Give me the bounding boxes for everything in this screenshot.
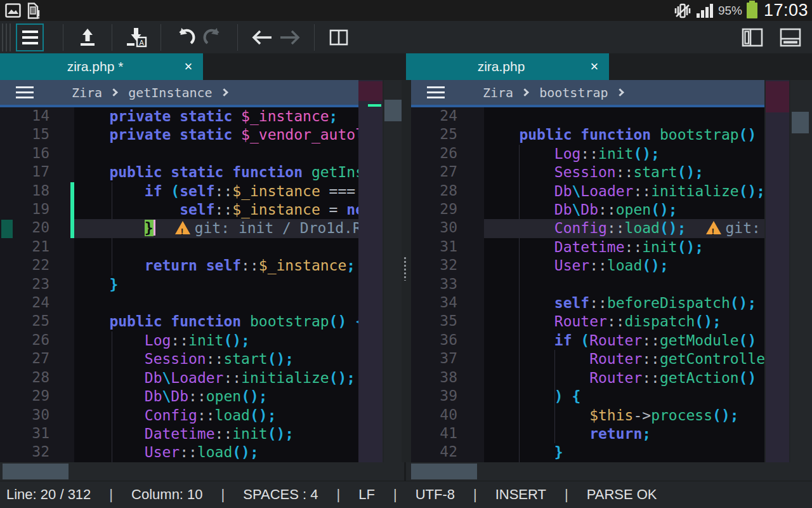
toolbar-grip-handle[interactable] bbox=[2, 23, 11, 51]
code-line[interactable]: 30 Config::load(); bbox=[0, 406, 358, 425]
code-line[interactable]: 32 User::load(); bbox=[411, 257, 764, 275]
code-line[interactable]: 27 Session::start(); bbox=[411, 163, 764, 182]
navigate-forward-button[interactable] bbox=[276, 23, 304, 51]
code-line[interactable]: 16 bbox=[0, 145, 358, 163]
code-line[interactable]: 28 Db\Loader::initialize(); bbox=[411, 182, 764, 201]
code-line-text: Datetime::init(); bbox=[74, 425, 358, 443]
column-layout-button[interactable] bbox=[325, 23, 353, 51]
code-line-text: Router::dispatch(); bbox=[484, 312, 764, 331]
code-editor-left[interactable]: 14 private static $_instance;15 private … bbox=[0, 107, 358, 462]
toolbar-separator bbox=[63, 24, 63, 51]
save-as-button[interactable]: A bbox=[122, 23, 150, 51]
close-icon[interactable]: × bbox=[174, 58, 203, 75]
code-line[interactable]: 20 }git: init / Dro1d.Ru bbox=[0, 219, 358, 237]
close-icon[interactable]: × bbox=[580, 58, 609, 75]
code-line[interactable]: 15 private static $_vendor_autoload; bbox=[0, 126, 358, 144]
code-line[interactable]: 26 Log::init(); bbox=[411, 145, 764, 163]
chevron-right-icon bbox=[220, 88, 228, 97]
breadcrumb-item-class[interactable]: Zira bbox=[68, 85, 106, 100]
code-line[interactable]: 39 ) { bbox=[411, 387, 764, 406]
code-line[interactable]: 35 Router::dispatch(); bbox=[411, 312, 764, 331]
code-line[interactable]: 18 if (self::$_instance === bbox=[0, 182, 358, 201]
status-column-indicator: Column: 10 bbox=[131, 486, 203, 503]
code-line[interactable]: 37 Router::getController bbox=[411, 350, 764, 368]
line-number: 31 bbox=[411, 238, 484, 257]
code-line[interactable]: 29 Db\Db::open(); bbox=[0, 387, 358, 406]
code-line-text: }git: init / Dro1d.Ru bbox=[74, 219, 358, 237]
code-line[interactable]: 24 bbox=[411, 107, 764, 126]
code-line[interactable]: 31 Datetime::init(); bbox=[411, 238, 764, 257]
code-line-text: Session::start(); bbox=[484, 163, 764, 182]
code-line[interactable]: 24 bbox=[0, 294, 358, 312]
code-line-text: Db\Loader::initialize(); bbox=[484, 182, 764, 201]
overview-ruler bbox=[358, 80, 383, 462]
overview-ruler bbox=[766, 80, 789, 462]
code-line[interactable]: 19 self::$_instance = new bbox=[0, 201, 358, 219]
undo-button[interactable] bbox=[171, 23, 199, 51]
scrollbar-thumb[interactable] bbox=[3, 464, 69, 479]
code-line-text: Log::init(); bbox=[74, 331, 358, 350]
scrollbar-thumb[interactable] bbox=[384, 100, 402, 121]
vertical-scrollbar[interactable] bbox=[790, 80, 812, 462]
code-line-text: Router::getController bbox=[484, 350, 764, 368]
editor-status-bar: Line: 20 / 312 | Column: 10 | SPACES : 4… bbox=[0, 481, 812, 508]
split-vertical-button[interactable] bbox=[738, 23, 766, 51]
code-line[interactable]: 40 $this->process(); bbox=[411, 406, 764, 425]
navigate-back-button[interactable] bbox=[248, 23, 276, 51]
editor-content: Zira getInstance 14 private static $_ins… bbox=[0, 80, 812, 462]
code-line[interactable]: 27 Session::start(); bbox=[0, 350, 358, 368]
chevron-right-icon bbox=[110, 88, 118, 97]
code-line[interactable]: 30 Config::load();git: init / Dro1d.Ru bbox=[411, 219, 764, 237]
breadcrumb-menu-icon[interactable] bbox=[427, 86, 445, 98]
vertical-scrollbar[interactable] bbox=[384, 80, 402, 462]
code-line[interactable]: 25 public function bootstrap() { bbox=[0, 312, 358, 331]
code-line[interactable]: 42 } bbox=[411, 443, 764, 462]
redo-button[interactable] bbox=[199, 23, 227, 51]
code-line[interactable]: 25 public function bootstrap() { bbox=[411, 126, 764, 144]
menu-button[interactable] bbox=[16, 23, 44, 51]
code-line[interactable]: 33 bbox=[411, 276, 764, 294]
code-line[interactable]: 17 public static function getInstance() … bbox=[0, 163, 358, 182]
code-line[interactable]: 21 bbox=[0, 238, 358, 257]
code-line-text: Log::init(); bbox=[484, 145, 764, 163]
status-indent-mode: SPACES : 4 bbox=[243, 486, 318, 503]
code-line[interactable]: 31 Datetime::init(); bbox=[0, 425, 358, 443]
code-line[interactable]: 34 self::beforeDispatch(); bbox=[411, 294, 764, 312]
breadcrumb-item-method[interactable]: getInstance bbox=[124, 85, 216, 100]
warning-icon bbox=[175, 221, 190, 234]
line-number: 22 bbox=[0, 257, 74, 275]
open-file-button[interactable] bbox=[74, 23, 102, 51]
scrollbar-thumb[interactable] bbox=[792, 112, 809, 133]
scrollbar-thumb[interactable] bbox=[411, 464, 477, 479]
code-line[interactable]: 29 Db\Db::open(); bbox=[411, 201, 764, 219]
code-line[interactable]: 14 private static $_instance; bbox=[0, 107, 358, 126]
editor-pane-right: Zira bootstrap 2425 public function boot… bbox=[411, 80, 812, 462]
battery-percent: 95% bbox=[718, 4, 742, 18]
tab-right-zira-php[interactable]: zira.php × bbox=[406, 53, 609, 80]
code-line-text: ) { bbox=[484, 387, 764, 406]
line-number: 29 bbox=[411, 201, 484, 219]
code-line[interactable]: 28 Db\Loader::initialize(); bbox=[0, 369, 358, 387]
breadcrumb-item-class[interactable]: Zira bbox=[479, 85, 517, 100]
line-number: 34 bbox=[411, 294, 484, 312]
code-line[interactable]: 41 return; bbox=[411, 425, 764, 443]
code-line[interactable]: 26 Log::init(); bbox=[0, 331, 358, 350]
code-line[interactable]: 22 return self::$_instance; bbox=[0, 257, 358, 275]
code-line[interactable]: 23 } bbox=[0, 276, 358, 294]
breadcrumb-item-method[interactable]: bootstrap bbox=[535, 85, 612, 100]
toolbar-separator bbox=[314, 24, 315, 51]
redo-icon bbox=[202, 27, 225, 48]
breadcrumb-menu-icon[interactable] bbox=[16, 86, 34, 98]
line-number: 23 bbox=[0, 276, 74, 294]
status-separator: | bbox=[393, 486, 397, 503]
split-horizontal-button[interactable] bbox=[776, 23, 804, 51]
code-line-text: Datetime::init(); bbox=[484, 238, 764, 257]
pane-divider-handle[interactable] bbox=[404, 257, 406, 281]
code-line[interactable]: 32 User::load(); bbox=[0, 443, 358, 462]
code-line-text: if (self::$_instance === bbox=[74, 182, 358, 201]
status-separator: | bbox=[221, 486, 225, 503]
code-editor-right[interactable]: 2425 public function bootstrap() {26 Log… bbox=[411, 107, 764, 462]
code-line[interactable]: 36 if (Router::getModule() == bbox=[411, 331, 764, 350]
code-line[interactable]: 38 Router::getAction() == bbox=[411, 369, 764, 387]
tab-left-zira-php[interactable]: zira.php * × bbox=[0, 53, 203, 80]
